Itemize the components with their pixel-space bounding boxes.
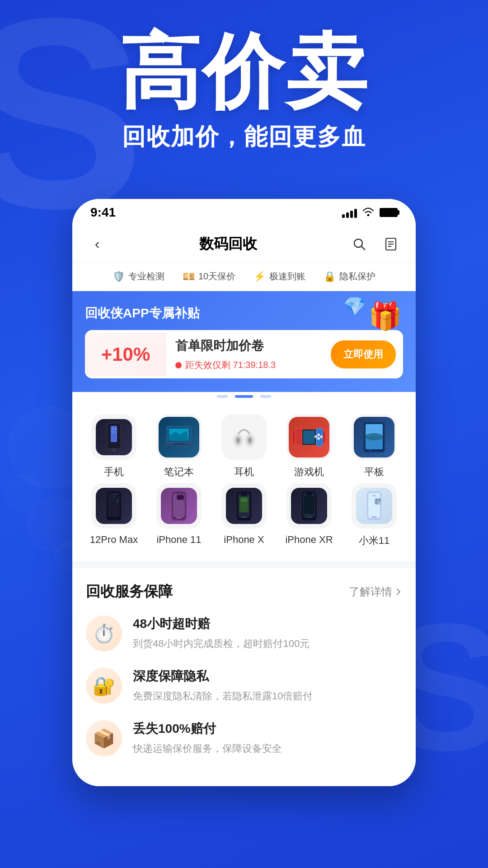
category-game[interactable]: 游戏机 xyxy=(280,415,338,479)
hero-main-text: 高价卖 xyxy=(0,27,488,117)
service-header: 回收服务保障 了解详情 xyxy=(86,582,402,602)
category-tablet-label: 平板 xyxy=(364,465,384,479)
category-tablet[interactable]: 平板 xyxy=(345,415,404,479)
service-desc-lost: 快递运输保价服务，保障设备安全 xyxy=(133,741,402,756)
category-xiaomi11[interactable]: 小米11 xyxy=(345,483,404,547)
wifi-icon xyxy=(362,206,374,219)
status-bar: 9:41 xyxy=(72,199,416,226)
status-icons xyxy=(342,206,398,219)
svg-point-53 xyxy=(114,500,116,502)
svg-point-8 xyxy=(113,448,115,451)
svg-rect-71 xyxy=(241,516,247,518)
coupon-timer-text: 距失效仅剩 71:39:18.3 xyxy=(185,359,276,371)
feature-privacy: 🔒 隐私保护 xyxy=(324,270,375,283)
category-iphone11[interactable]: iPhone 11 xyxy=(150,483,208,547)
feature-label-1: 专业检测 xyxy=(128,270,164,283)
phone-mockup: 9:41 ‹ 数码回收 xyxy=(72,199,416,786)
svg-point-37 xyxy=(314,435,317,438)
svg-point-25 xyxy=(248,438,252,443)
lock-icon: 🔒 xyxy=(324,271,336,283)
svg-rect-78 xyxy=(306,516,312,518)
earphone-icon xyxy=(224,417,264,458)
iphonexr-icon-wrap xyxy=(286,483,332,528)
svg-point-24 xyxy=(236,438,240,443)
phone-icon-wrap xyxy=(91,415,136,460)
banner-section: 🎁 💎 回收侠APP专属补贴 +10% 首单限时加价卷 距失效仅剩 71:39:… xyxy=(72,291,416,392)
laptop-icon-wrap xyxy=(156,415,202,460)
category-xiaomi11-label: 小米11 xyxy=(359,534,389,547)
service-section: 回收服务保障 了解详情 ⏱️ 48小时超时赔 到货48小时内完成质检，超时赔付1… xyxy=(72,568,416,786)
package-icon: 📦 xyxy=(93,728,115,749)
feature-fast-payment: ⚡ 极速到账 xyxy=(253,270,305,283)
document-button[interactable] xyxy=(380,233,402,255)
phone-icon xyxy=(96,419,132,455)
category-iphonexr-label: iPhone XR xyxy=(285,534,333,546)
category-row-1: 手机 xyxy=(81,415,407,479)
svg-point-82 xyxy=(373,494,375,497)
category-laptop[interactable]: 笔记本 xyxy=(150,415,208,479)
shield-icon: 🛡️ xyxy=(113,271,125,283)
battery-icon xyxy=(380,208,398,217)
category-iphonexr[interactable]: iPhone XR xyxy=(280,483,338,547)
svg-point-34 xyxy=(317,434,320,436)
scroll-indicator xyxy=(72,392,416,401)
game-icon xyxy=(289,417,329,458)
category-earphone-label: 耳机 xyxy=(234,465,254,479)
svg-point-42 xyxy=(365,433,383,440)
privacy-icon: 🔐 xyxy=(93,675,115,697)
diamond-decoration: 💎 xyxy=(343,296,366,317)
nav-actions xyxy=(348,233,402,255)
svg-point-43 xyxy=(369,449,372,452)
service-item-lost: 📦 丢失100%赔付 快递运输保价服务，保障设备安全 xyxy=(86,720,402,756)
svg-line-1 xyxy=(361,246,365,250)
service-name-48h: 48小时超时赔 xyxy=(133,615,402,632)
category-row-2: 12Pro Max xyxy=(81,483,407,547)
svg-rect-19 xyxy=(173,443,185,444)
hero-sub-text: 回收加价，能回更多血 xyxy=(0,121,488,153)
svg-rect-10 xyxy=(112,428,114,430)
earphone-icon-wrap xyxy=(221,415,267,460)
features-bar: 🛡️ 专业检测 💴 10天保价 ⚡ 极速到账 🔒 隐私保护 xyxy=(72,262,416,291)
svg-rect-67 xyxy=(241,493,247,495)
tablet-icon xyxy=(354,417,394,458)
service-name-lost: 丢失100%赔付 xyxy=(133,720,402,737)
coupon-card: +10% 首单限时加价卷 距失效仅剩 71:39:18.3 立即使用 xyxy=(85,330,403,378)
service-icon-privacy: 🔐 xyxy=(86,668,122,704)
laptop-icon xyxy=(159,417,199,458)
lightning-icon: ⚡ xyxy=(253,271,266,283)
signal-icon xyxy=(342,207,357,218)
service-content-48h: 48小时超时赔 到货48小时内完成质检，超时赔付100元 xyxy=(133,615,402,651)
service-more-link[interactable]: 了解详情 xyxy=(349,585,402,599)
timer-icon: ⏱️ xyxy=(93,623,115,644)
category-phone-label: 手机 xyxy=(104,465,124,479)
12promax-icon xyxy=(96,488,132,524)
back-button[interactable]: ‹ xyxy=(86,233,108,255)
scroll-dot-3 xyxy=(260,395,271,398)
category-earphone[interactable]: 耳机 xyxy=(215,415,273,479)
category-laptop-label: 笔记本 xyxy=(164,465,194,479)
svg-rect-13 xyxy=(115,431,117,433)
search-button[interactable] xyxy=(348,233,371,255)
xiaomi11-icon-wrap xyxy=(352,483,397,528)
gift-decoration: 🎁 xyxy=(368,300,402,332)
timer-dot xyxy=(175,362,182,368)
category-section: 手机 xyxy=(72,401,416,561)
service-content-lost: 丢失100%赔付 快递运输保价服务，保障设备安全 xyxy=(133,720,402,756)
use-coupon-button[interactable]: 立即使用 xyxy=(331,340,396,368)
scroll-dot-1 xyxy=(217,395,228,398)
service-item-48h: ⏱️ 48小时超时赔 到货48小时内完成质检，超时赔付100元 xyxy=(86,615,402,651)
bubble-3 xyxy=(5,475,41,511)
svg-rect-63 xyxy=(176,517,182,519)
svg-point-85 xyxy=(378,499,381,501)
service-name-privacy: 深度保障隐私 xyxy=(133,668,402,685)
section-divider xyxy=(72,561,416,568)
svg-rect-77 xyxy=(305,497,313,513)
svg-rect-87 xyxy=(371,516,377,518)
category-12promax[interactable]: 12Pro Max xyxy=(84,483,143,547)
status-time: 9:41 xyxy=(90,205,116,220)
service-icon-48h: ⏱️ xyxy=(86,615,122,651)
service-desc-privacy: 免费深度隐私清除，若隐私泄露10倍赔付 xyxy=(133,689,402,703)
category-phone[interactable]: 手机 xyxy=(84,415,143,479)
category-iphonex[interactable]: iPhone X xyxy=(215,483,273,547)
category-12promax-label: 12Pro Max xyxy=(90,534,138,546)
